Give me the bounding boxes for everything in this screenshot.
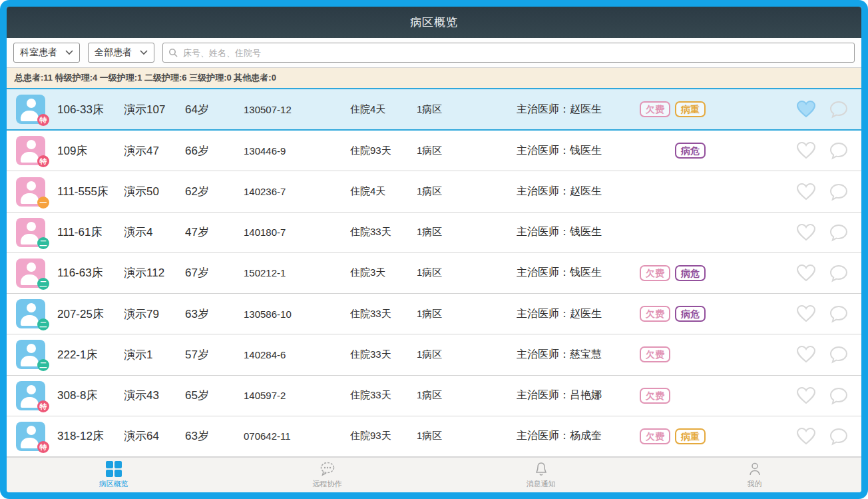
favorite-heart-icon[interactable] bbox=[795, 385, 817, 406]
patient-name: 演示79 bbox=[124, 306, 185, 322]
favorite-heart-icon[interactable] bbox=[795, 181, 817, 203]
status-tags bbox=[640, 225, 795, 241]
favorite-heart-icon[interactable] bbox=[795, 99, 817, 120]
favorite-heart-icon[interactable] bbox=[795, 140, 817, 161]
status-tags: 欠费 bbox=[640, 346, 795, 362]
patient-row[interactable]: 二 111-61床 演示4 47岁 140180-7 住院33天 1病区 主治医… bbox=[7, 213, 861, 253]
app-header: 病区概览 bbox=[7, 7, 861, 38]
message-bubble-icon[interactable] bbox=[828, 222, 849, 243]
nav-label: 病区概览 bbox=[99, 479, 128, 489]
nav-label: 远程协作 bbox=[313, 479, 342, 489]
patient-row[interactable]: 特 318-12床 演示64 63岁 070642-11 住院93天 1病区 主… bbox=[7, 416, 861, 457]
hospital-id: 130446-9 bbox=[244, 145, 350, 157]
care-level-badge: 特 bbox=[37, 114, 49, 126]
patient-stats-summary: 总患者:11 特级护理:4 一级护理:1 二级护理:6 三级护理:0 其他患者:… bbox=[15, 72, 276, 84]
nav-remote-collaboration[interactable]: 远程协作 bbox=[220, 458, 434, 492]
care-level-badge: 二 bbox=[37, 278, 49, 290]
favorite-heart-icon[interactable] bbox=[795, 222, 817, 243]
search-input[interactable] bbox=[182, 47, 849, 59]
bed-number: 222-1床 bbox=[57, 347, 124, 362]
favorite-heart-icon[interactable] bbox=[795, 426, 817, 447]
patient-avatar: 一 bbox=[16, 177, 45, 207]
patient-row[interactable]: 二 222-1床 演示1 57岁 140284-6 住院33天 1病区 主治医师… bbox=[7, 334, 861, 375]
chat-dots-icon bbox=[319, 461, 336, 477]
arrears-tag bbox=[640, 143, 670, 159]
patient-age: 64岁 bbox=[185, 102, 244, 117]
patient-row[interactable]: 特 109床 演示47 66岁 130446-9 住院93天 1病区 主治医师：… bbox=[7, 131, 861, 171]
hospital-id: 140597-2 bbox=[244, 390, 350, 401]
status-tags: 欠费 病重 bbox=[640, 101, 795, 117]
stay-duration: 住院93天 bbox=[350, 145, 417, 157]
patient-row[interactable]: 特 106-33床 演示107 64岁 130507-12 住院4天 1病区 主… bbox=[7, 88, 861, 131]
hospital-id: 130507-12 bbox=[244, 104, 350, 115]
patient-row[interactable]: 特 308-8床 演示43 65岁 140597-2 住院33天 1病区 主治医… bbox=[7, 376, 861, 416]
bed-number: 111-555床 bbox=[57, 184, 124, 199]
patient-age: 63岁 bbox=[185, 428, 244, 444]
department-filter-label: 科室患者 bbox=[20, 47, 57, 59]
message-bubble-icon[interactable] bbox=[828, 303, 849, 324]
nav-ward-overview[interactable]: 病区概览 bbox=[7, 458, 220, 492]
attending-doctor: 主治医师：吕艳娜 bbox=[517, 388, 640, 402]
condition-tag bbox=[675, 346, 706, 362]
condition-tag bbox=[675, 225, 706, 241]
patient-age: 57岁 bbox=[185, 347, 244, 362]
message-bubble-icon[interactable] bbox=[828, 140, 849, 161]
patient-row[interactable]: 二 207-25床 演示79 63岁 130586-10 住院33天 1病区 主… bbox=[7, 294, 861, 334]
message-bubble-icon[interactable] bbox=[828, 262, 849, 284]
row-actions bbox=[795, 262, 849, 284]
filter-bar: 科室患者 全部患者 bbox=[7, 38, 861, 68]
stay-duration: 住院4天 bbox=[350, 185, 417, 198]
bed-number: 106-33床 bbox=[57, 102, 124, 117]
nav-profile[interactable]: 我的 bbox=[648, 458, 861, 492]
condition-tag: 病危 bbox=[675, 265, 706, 281]
favorite-heart-icon[interactable] bbox=[795, 262, 817, 284]
person-icon bbox=[747, 461, 763, 477]
message-bubble-icon[interactable] bbox=[828, 426, 849, 447]
message-bubble-icon[interactable] bbox=[828, 99, 849, 120]
patient-age: 65岁 bbox=[185, 388, 244, 403]
department-filter-dropdown[interactable]: 科室患者 bbox=[13, 43, 80, 63]
patient-avatar: 特 bbox=[16, 422, 45, 451]
condition-tag: 病危 bbox=[675, 143, 706, 159]
patient-name: 演示43 bbox=[124, 388, 185, 403]
care-level-badge: 二 bbox=[37, 318, 49, 330]
ward-name: 1病区 bbox=[417, 226, 517, 239]
patient-row[interactable]: 一 111-555床 演示50 62岁 140236-7 住院4天 1病区 主治… bbox=[7, 171, 861, 212]
hospital-id: 070642-11 bbox=[244, 430, 350, 442]
row-actions bbox=[795, 426, 849, 447]
hospital-id: 140284-6 bbox=[244, 349, 350, 360]
status-tags: 欠费 病重 bbox=[640, 428, 795, 444]
patient-avatar: 二 bbox=[16, 218, 45, 247]
care-level-badge: 特 bbox=[37, 400, 49, 412]
patient-name: 演示107 bbox=[124, 102, 185, 117]
care-level-badge: 一 bbox=[37, 197, 49, 209]
ward-name: 1病区 bbox=[417, 348, 517, 361]
bed-number: 116-63床 bbox=[57, 265, 124, 280]
stay-duration: 住院4天 bbox=[350, 103, 417, 116]
message-bubble-icon[interactable] bbox=[828, 385, 849, 406]
favorite-heart-icon[interactable] bbox=[795, 303, 817, 324]
favorite-heart-icon[interactable] bbox=[795, 344, 817, 365]
attending-doctor: 主治医师：赵医生 bbox=[517, 103, 640, 117]
condition-tag bbox=[675, 184, 706, 200]
nav-notifications[interactable]: 消息通知 bbox=[434, 458, 648, 492]
patient-row[interactable]: 二 116-63床 演示112 67岁 150212-1 住院3天 1病区 主治… bbox=[7, 253, 861, 294]
bed-number: 308-8床 bbox=[57, 388, 124, 403]
patient-name: 演示64 bbox=[124, 428, 185, 444]
stay-duration: 住院33天 bbox=[350, 308, 417, 320]
ward-name: 1病区 bbox=[417, 103, 517, 116]
status-tags: 欠费 病危 bbox=[640, 265, 795, 281]
ward-name: 1病区 bbox=[417, 266, 517, 279]
message-bubble-icon[interactable] bbox=[828, 344, 849, 365]
nav-label: 消息通知 bbox=[527, 479, 556, 489]
patient-type-filter-dropdown[interactable]: 全部患者 bbox=[88, 43, 154, 63]
grid-icon bbox=[106, 461, 122, 477]
attending-doctor: 主治医师：杨成奎 bbox=[517, 429, 640, 443]
care-level-badge: 二 bbox=[37, 237, 49, 249]
page-title: 病区概览 bbox=[410, 15, 458, 30]
status-tags: 欠费 bbox=[640, 388, 795, 404]
message-bubble-icon[interactable] bbox=[828, 181, 849, 203]
arrears-tag: 欠费 bbox=[640, 306, 670, 322]
ward-name: 1病区 bbox=[417, 308, 517, 320]
ward-name: 1病区 bbox=[417, 389, 517, 402]
